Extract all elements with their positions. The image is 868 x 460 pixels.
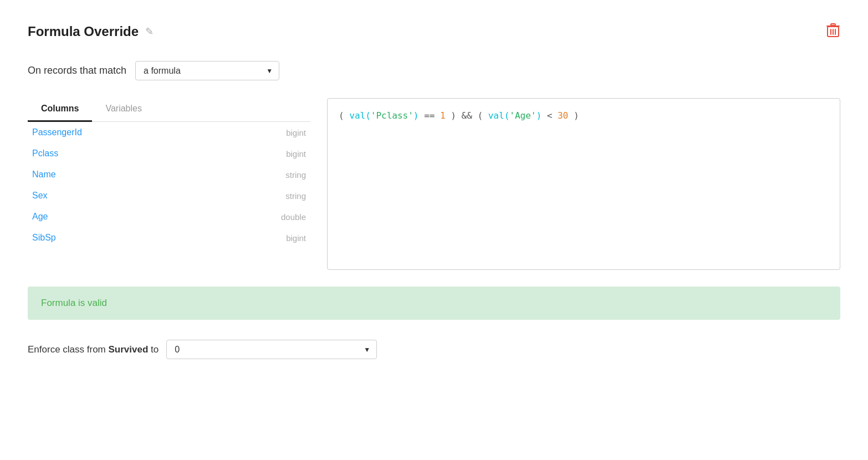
- svg-rect-2: [831, 24, 835, 25]
- column-type: string: [285, 170, 306, 180]
- enforce-row: Enforce class from Survived to 0 1 ▼: [28, 340, 840, 359]
- page-title: Formula Override: [28, 24, 139, 39]
- column-name: SibSp: [32, 233, 56, 243]
- tab-columns[interactable]: Columns: [28, 98, 92, 122]
- enforce-select-wrapper[interactable]: 0 1 ▼: [166, 340, 377, 359]
- column-name: PassengerId: [32, 127, 82, 137]
- column-name: Sex: [32, 191, 48, 201]
- page-header: Formula Override ✎: [28, 22, 840, 41]
- main-content: Columns Variables PassengerId bigint Pcl…: [28, 98, 840, 270]
- list-item[interactable]: Sex string: [28, 185, 310, 206]
- list-item[interactable]: PassengerId bigint: [28, 122, 310, 143]
- formula-code: ( val('Pclass') == 1 ) && ( val('Age') <…: [339, 110, 579, 121]
- valid-banner: Formula is valid: [28, 287, 840, 320]
- left-panel: Columns Variables PassengerId bigint Pcl…: [28, 98, 310, 270]
- column-list: PassengerId bigint Pclass bigint Name st…: [28, 122, 310, 248]
- match-label: On records that match: [28, 65, 126, 76]
- delete-icon[interactable]: [826, 22, 840, 41]
- formula-select-wrapper[interactable]: a formula all records no records ▼: [135, 61, 279, 80]
- edit-icon[interactable]: ✎: [145, 25, 154, 38]
- column-type: double: [281, 212, 306, 222]
- column-name: Age: [32, 212, 48, 222]
- enforce-label-prefix: Enforce class from: [28, 344, 109, 355]
- list-item[interactable]: SibSp bigint: [28, 227, 310, 248]
- enforce-label-suffix: to: [148, 344, 159, 355]
- list-item[interactable]: Pclass bigint: [28, 143, 310, 164]
- title-area: Formula Override ✎: [28, 24, 154, 39]
- column-type: bigint: [286, 149, 306, 159]
- column-type: bigint: [286, 128, 306, 137]
- enforce-label: Enforce class from Survived to: [28, 344, 159, 355]
- tabs: Columns Variables: [28, 98, 310, 122]
- list-item[interactable]: Age double: [28, 206, 310, 227]
- column-type: bigint: [286, 233, 306, 243]
- formula-editor[interactable]: ( val('Pclass') == 1 ) && ( val('Age') <…: [327, 98, 840, 270]
- valid-text: Formula is valid: [41, 298, 107, 308]
- match-row: On records that match a formula all reco…: [28, 61, 840, 80]
- formula-select[interactable]: a formula all records no records: [135, 61, 279, 80]
- column-type: string: [285, 191, 306, 201]
- tab-variables[interactable]: Variables: [92, 98, 155, 122]
- list-item[interactable]: Name string: [28, 164, 310, 185]
- column-name: Name: [32, 170, 56, 180]
- enforce-select[interactable]: 0 1: [166, 340, 377, 359]
- column-name: Pclass: [32, 149, 58, 159]
- enforce-field-name: Survived: [109, 344, 149, 355]
